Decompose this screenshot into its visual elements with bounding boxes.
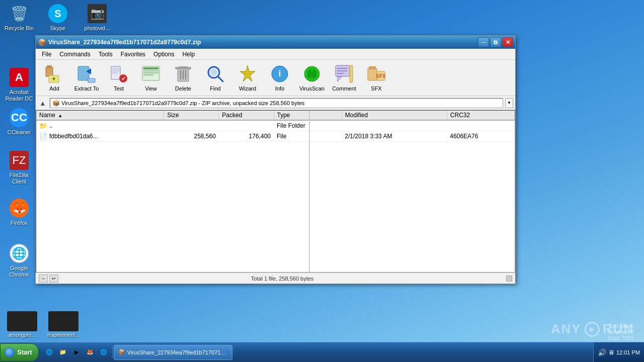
- col-name[interactable]: Name ▲: [36, 111, 164, 120]
- status-text: Total 1 file, 258,560 bytes: [60, 276, 504, 282]
- amongpro-label: amongpro...: [9, 332, 35, 338]
- desktop-icon-mapelement[interactable]: mapelement...: [43, 311, 84, 338]
- svg-rect-16: [143, 72, 158, 73]
- toolbar-add-button[interactable]: + Add: [39, 62, 70, 94]
- desktop-icon-filezilla[interactable]: FZ FileZilla Client: [2, 148, 37, 187]
- window-title: VirusShare_227934ea7f9ed1b717071d2a9779c…: [48, 39, 478, 46]
- desktop-icon-skype[interactable]: S Skype: [40, 2, 75, 34]
- cell-crc32-0: [447, 120, 514, 131]
- toolbar-test-button[interactable]: ✓ Test: [103, 62, 134, 94]
- taskbar-ie2-icon[interactable]: 🌐: [98, 346, 110, 358]
- col-packed[interactable]: Packed: [219, 111, 274, 120]
- toolbar: + Add Extract To: [36, 60, 515, 96]
- address-text: VirusShare_227934ea7f9ed1b717071d2a9779c…: [61, 100, 304, 106]
- amongpro-icon: [7, 311, 37, 331]
- taskbar-winrar-item[interactable]: 📦 VirusShare_227934ea7f9ed1b717071d2a977…: [114, 345, 232, 360]
- delete-icon: [173, 64, 193, 84]
- svg-rect-43: [369, 66, 376, 69]
- svg-rect-14: [143, 67, 158, 69]
- sort-arrow-name: ▲: [58, 113, 62, 118]
- address-field[interactable]: 📦 VirusShare_227934ea7f9ed1b717071d2a977…: [50, 98, 503, 108]
- splitter[interactable]: [309, 111, 310, 272]
- info-icon: i: [270, 64, 290, 84]
- svg-rect-6: [88, 78, 95, 82]
- os-label: Windows 7: [607, 329, 634, 335]
- desktop-icon-chrome[interactable]: 🌐 Google Chrome: [2, 241, 37, 280]
- taskbar-firefox-icon[interactable]: 🦊: [84, 346, 96, 358]
- taskbar-winrar-label: VirusShare_227934ea7f9ed1b717071d2a9779c…: [127, 349, 228, 355]
- table-header-row: Name ▲ Size Packed Type: [36, 111, 515, 120]
- minimize-button[interactable]: ─: [478, 37, 489, 47]
- test-mode-label: Test Mode: [607, 323, 634, 329]
- restore-button[interactable]: ⧉: [490, 37, 501, 47]
- toolbar-find-button[interactable]: Find: [200, 62, 231, 94]
- toolbar-view-button[interactable]: View: [135, 62, 167, 94]
- firefox-label: Firefox: [11, 220, 28, 226]
- menu-options[interactable]: Options: [149, 50, 178, 59]
- taskbar-explorer-icon[interactable]: 📁: [57, 346, 69, 358]
- desktop-icon-amongpro[interactable]: amongpro...: [2, 311, 42, 338]
- status-left: ─ ↩: [39, 275, 58, 283]
- desktop-icon-firefox[interactable]: 🦊 Firefox: [2, 196, 37, 228]
- menu-favorites[interactable]: Favorites: [117, 50, 149, 59]
- menubar: File Commands Tools Favorites Options He…: [36, 49, 515, 60]
- add-icon: +: [44, 64, 64, 84]
- col-size[interactable]: Size: [164, 111, 219, 120]
- toolbar-comment-button[interactable]: Comment: [329, 62, 360, 94]
- address-dropdown-button[interactable]: ▼: [505, 98, 513, 108]
- toolbar-virusscan-button[interactable]: VirusScan: [296, 62, 328, 94]
- close-button[interactable]: ✕: [502, 37, 513, 47]
- menu-tools[interactable]: Tools: [95, 50, 117, 59]
- file-list[interactable]: Name ▲ Size Packed Type: [36, 110, 515, 273]
- toolbar-wizard-button[interactable]: Wizard: [232, 62, 263, 94]
- desktop-icon-recycle-bin[interactable]: 🗑️ Recycle Bin: [2, 2, 37, 34]
- back-button[interactable]: ▲: [38, 98, 48, 108]
- virusscan-label: VirusScan: [299, 85, 325, 92]
- recycle-bin-icon: 🗑️: [9, 4, 29, 24]
- ccleaner-icon: CC: [9, 108, 29, 128]
- col-modified[interactable]: Modified: [342, 111, 447, 120]
- tray-volume-icon[interactable]: 🔊: [598, 348, 606, 356]
- svg-marker-37: [338, 76, 342, 81]
- firefox-icon: 🦊: [9, 198, 29, 218]
- menu-file[interactable]: File: [38, 50, 55, 59]
- svg-rect-4: [78, 66, 89, 80]
- window-titlebar[interactable]: 📦 VirusShare_227934ea7f9ed1b717071d2a977…: [36, 36, 515, 49]
- start-button[interactable]: Start: [0, 343, 39, 361]
- filezilla-icon: FZ: [9, 150, 29, 170]
- col-type[interactable]: Type: [274, 111, 342, 120]
- toolbar-sfx-button[interactable]: SFX SFX: [361, 62, 392, 94]
- cell-crc32-1: 4606EA76: [447, 131, 514, 142]
- cell-modified-1: 2/1/2018 3:33 AM: [342, 131, 447, 142]
- table-row[interactable]: 📁 .. File Folder: [36, 120, 515, 131]
- taskbar-media-icon[interactable]: ▶: [70, 346, 83, 358]
- desktop-icon-photovid[interactable]: 📷 photovid...: [79, 2, 115, 34]
- tray-network-icon[interactable]: 🖥: [608, 349, 614, 356]
- svg-rect-38: [350, 65, 353, 82]
- toolbar-extract-button[interactable]: Extract To: [71, 62, 102, 94]
- find-label: Find: [210, 85, 220, 92]
- acrobat-icon: A: [9, 67, 29, 87]
- chrome-label: Google Chrome: [4, 265, 35, 278]
- taskbar-windows: 📦 VirusShare_227934ea7f9ed1b717071d2a977…: [113, 342, 593, 362]
- svg-text:SFX: SFX: [376, 73, 386, 79]
- toolbar-delete-button[interactable]: Delete: [168, 62, 199, 94]
- taskbar-ie-icon[interactable]: 🌐: [43, 346, 55, 358]
- tray-time[interactable]: 12:01 PM: [616, 349, 640, 355]
- menu-help[interactable]: Help: [178, 50, 199, 59]
- status-btn-minus[interactable]: ─: [39, 275, 48, 283]
- anyrun-version: Test Mode Windows 7 Build 7601: [607, 323, 634, 341]
- table-row[interactable]: 📄 fdbbedfbd01da6... 258,560 176,400 File…: [36, 131, 515, 142]
- toolbar-info-button[interactable]: i Info: [264, 62, 295, 94]
- desktop-icon-acrobat[interactable]: A Acrobat Reader DC: [2, 65, 37, 104]
- recycle-bin-label: Recycle Bin: [5, 25, 34, 32]
- desktop-icon-ccleaner[interactable]: CC CCleaner: [2, 106, 37, 138]
- menu-commands[interactable]: Commands: [55, 50, 94, 59]
- status-btn-back[interactable]: ↩: [49, 275, 58, 283]
- window-controls: ─ ⧉ ✕: [478, 37, 513, 47]
- col-crc32[interactable]: CRC32: [447, 111, 514, 120]
- svg-rect-15: [143, 70, 158, 71]
- svg-rect-1: [47, 65, 52, 68]
- quick-launch: 🌐 📁 ▶ 🦊 🌐: [41, 346, 113, 358]
- status-resize-handle[interactable]: [506, 276, 512, 282]
